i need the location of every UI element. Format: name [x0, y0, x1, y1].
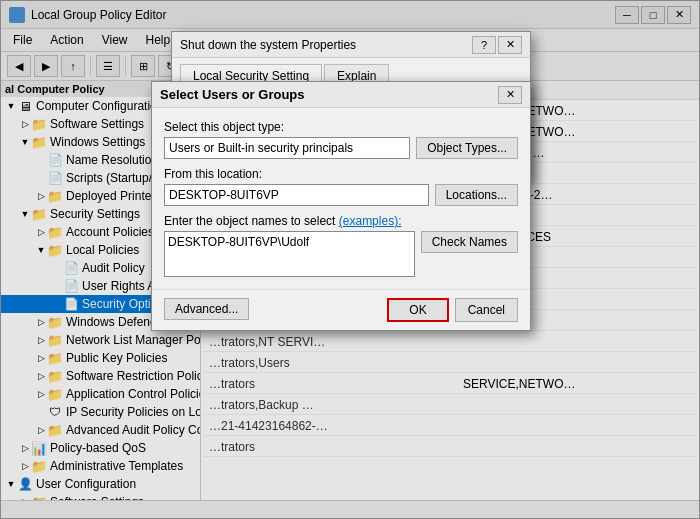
- location-label: From this location:: [164, 167, 518, 181]
- modal-close-button[interactable]: ✕: [498, 36, 522, 54]
- location-input[interactable]: [164, 184, 429, 206]
- modal-title-bar: Shut down the system Properties ? ✕: [172, 32, 530, 58]
- modal-title-text: Shut down the system Properties: [180, 38, 466, 52]
- dialog-select-users: Select Users or Groups ✕ Select this obj…: [151, 81, 531, 331]
- dialog-close-button[interactable]: ✕: [498, 86, 522, 104]
- object-names-section: Enter the object names to select (exampl…: [164, 214, 518, 277]
- object-names-textarea[interactable]: [164, 231, 415, 277]
- modal-title-buttons: ? ✕: [472, 36, 522, 54]
- dialog-ok-button[interactable]: OK: [387, 298, 448, 322]
- locations-button[interactable]: Locations...: [435, 184, 518, 206]
- enter-object-names-text: Enter the object names to select: [164, 214, 335, 228]
- location-row: Locations...: [164, 184, 518, 206]
- location-section: From this location: Locations...: [164, 167, 518, 206]
- object-type-row: Object Types...: [164, 137, 518, 159]
- main-window: Local Group Policy Editor ─ □ ✕ File Act…: [0, 0, 700, 519]
- object-type-label: Select this object type:: [164, 120, 518, 134]
- object-type-input[interactable]: [164, 137, 410, 159]
- dialog-title-text: Select Users or Groups: [160, 87, 492, 102]
- object-names-row: Check Names: [164, 231, 518, 277]
- examples-link[interactable]: (examples):: [339, 214, 402, 228]
- dialog-footer: Advanced... OK Cancel: [152, 289, 530, 330]
- object-types-button[interactable]: Object Types...: [416, 137, 518, 159]
- check-names-button[interactable]: Check Names: [421, 231, 518, 253]
- dialog-cancel-button[interactable]: Cancel: [455, 298, 518, 322]
- dialog-body: Select this object type: Object Types...…: [152, 108, 530, 289]
- object-names-label: Enter the object names to select (exampl…: [164, 214, 518, 228]
- advanced-button[interactable]: Advanced...: [164, 298, 249, 320]
- dialog-title-bar: Select Users or Groups ✕: [152, 82, 530, 108]
- dialog-footer-right: OK Cancel: [387, 298, 518, 322]
- object-type-section: Select this object type: Object Types...: [164, 120, 518, 159]
- modal-help-button[interactable]: ?: [472, 36, 496, 54]
